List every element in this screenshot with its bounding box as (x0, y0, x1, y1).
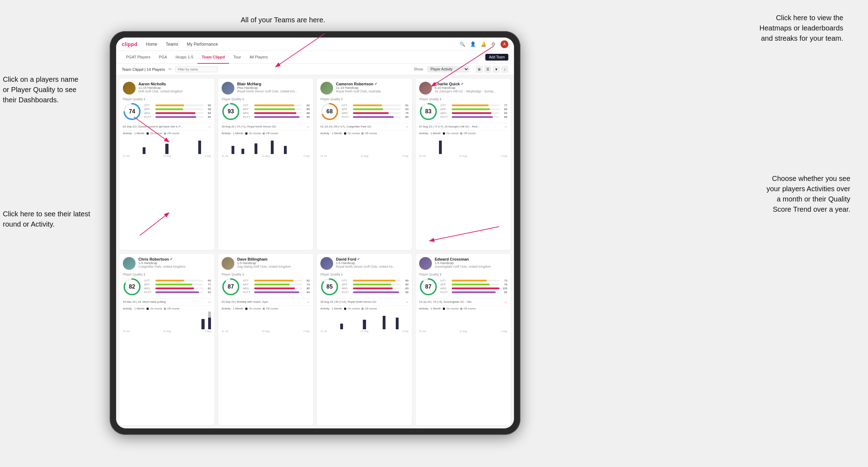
tab-hcaps[interactable]: Hcaps 1-5 (171, 51, 198, 64)
search-icon[interactable]: 🔍 (459, 41, 465, 47)
player-name[interactable]: Charlie Quick ✔ (435, 82, 507, 86)
bar-group (159, 136, 162, 154)
bar-group (156, 312, 159, 329)
nav-home[interactable]: Home (146, 42, 157, 47)
bar-group (143, 136, 145, 154)
stat-value-putt: 96 (402, 291, 409, 294)
bar-group (245, 312, 247, 329)
filter-icon[interactable]: ▼ (493, 66, 500, 73)
bar-group (429, 136, 432, 154)
round-text: 07 Aug 23 | 77 (+7), St George's Hill GC… (419, 125, 480, 128)
round-tooltip: Click here to see their latestround or A… (3, 209, 90, 229)
stat-bar-bg-putt (254, 291, 302, 293)
player-card-dave[interactable]: Dave Billingham 1-5 Handicap Sag Maing G… (218, 253, 314, 426)
stat-label-putt: PUTT (243, 115, 253, 119)
player-name[interactable]: Chris Robertson ✔ (138, 257, 211, 261)
latest-round[interactable]: 02 Jul 23 | 59 (+17), Craigmillar Park G… (320, 123, 409, 130)
latest-round[interactable]: 04 Sep 23 | Mobility with coach, Gym → (222, 298, 310, 305)
stat-label-ott: OTT (144, 104, 154, 107)
settings-icon[interactable]: ⚙ (491, 41, 496, 47)
stat-row-arg: ARG 75 (342, 112, 409, 115)
stat-row-ott: OTT 61 (342, 104, 409, 107)
chart-date-label: 21 Aug (459, 155, 467, 157)
stat-bar-arg (353, 112, 389, 114)
bar-group (393, 312, 395, 329)
bar-group (350, 136, 353, 154)
bell-icon[interactable]: 🔔 (481, 41, 486, 47)
sort-icon[interactable]: ↕ (501, 66, 508, 73)
player-card-david[interactable]: David Ford ✔ 1-5 Handicap Royal North De… (316, 253, 412, 426)
chart-labels: 31 Jul21 Aug4 Sep (222, 155, 310, 157)
nav-teams[interactable]: Teams (166, 42, 178, 47)
bar-group (281, 312, 284, 329)
chart-labels: 31 Jul21 Aug4 Sep (222, 330, 310, 332)
quality-circle[interactable]: 82 (123, 278, 141, 296)
avatar-icon[interactable]: A (501, 40, 508, 48)
bar-group (399, 136, 402, 154)
bar-group (458, 136, 461, 154)
player-card-aaron[interactable]: Aaron Nicholls 11-15 Handicap Drift Golf… (119, 78, 215, 250)
player-header: Cameron Robertson ✔ 11-15 Handicap Royal… (320, 82, 409, 95)
grid-view-icon[interactable]: ⊞ (476, 66, 483, 73)
add-team-button[interactable]: Add Team (485, 54, 508, 61)
tab-team-clippd[interactable]: Team Clippd (198, 51, 229, 64)
player-name[interactable]: David Ford ✔ (336, 257, 409, 261)
bar-group (238, 312, 241, 329)
player-card-blair[interactable]: Blair McHarg Plus Handicap Royal North D… (218, 78, 314, 250)
player-card-chris[interactable]: Chris Robertson ✔ 1-5 Handicap Craigmill… (119, 253, 215, 426)
activity-section: Activity · 1 Month On course Off course (222, 130, 310, 157)
player-info: Edward Crossman 1-5 Handicap Sunningdale… (435, 257, 507, 268)
latest-round[interactable]: 19 Jul 23 | 74 (+4), Sunningdale GC - Ol… (419, 298, 507, 305)
show-select[interactable]: Player Activity Quality Score Trend (427, 66, 469, 72)
tab-pgat-players[interactable]: PGAT Players (122, 51, 155, 64)
quality-number: 68 (326, 108, 333, 115)
bar-group (201, 136, 204, 154)
player-club: Sunningdale Golf Club, United Kingdom (435, 265, 507, 268)
bar-group (442, 312, 445, 329)
quality-circle[interactable]: 68 (320, 102, 339, 121)
tab-tour[interactable]: Tour (229, 51, 245, 64)
latest-round[interactable]: 26 Aug 23 | 73 (+1), Royal North Devon G… (222, 123, 310, 130)
stat-value-putt: 85 (205, 115, 211, 119)
quality-circle[interactable]: 85 (320, 278, 339, 296)
stat-bar-app (254, 284, 290, 285)
nav-my-performance[interactable]: My Performance (187, 42, 218, 47)
player-card-charlie[interactable]: Charlie Quick ✔ 6-10 Handicap St. George… (415, 78, 511, 250)
tab-all-players[interactable]: All Players (245, 51, 272, 64)
player-card-cameron[interactable]: Cameron Robertson ✔ 11-15 Handicap Royal… (316, 78, 412, 250)
player-name[interactable]: Edward Crossman (435, 257, 507, 261)
latest-round[interactable]: 03 Mar 23 | 19, Must make putting → (123, 298, 211, 305)
bar-group (264, 312, 267, 329)
off-course-legend-dot (460, 132, 462, 135)
profile-icon[interactable]: 👤 (470, 41, 476, 47)
bar-group (439, 136, 442, 154)
filter-search-input[interactable] (175, 67, 218, 72)
quality-circle[interactable]: 93 (222, 102, 240, 121)
bar-group (232, 136, 234, 154)
player-name[interactable]: Blair McHarg (237, 82, 310, 86)
latest-round[interactable]: 07 Aug 23 | 77 (+7), St George's Hill GC… (419, 123, 507, 130)
edit-icon[interactable]: ✏ (169, 67, 172, 72)
bar-group (491, 312, 494, 329)
tab-pga[interactable]: PGA (155, 51, 171, 64)
bar-group (238, 136, 241, 154)
bar-group (485, 312, 487, 329)
player-info: Chris Robertson ✔ 1-5 Handicap Craigmill… (138, 257, 211, 268)
quality-circle[interactable]: 83 (419, 102, 438, 121)
bar-group (205, 312, 208, 329)
quality-circle[interactable]: 87 (419, 278, 438, 296)
bar-group (498, 312, 501, 329)
quality-circle[interactable]: 87 (222, 278, 240, 296)
player-name[interactable]: Dave Billingham (237, 257, 310, 261)
bar-group (179, 136, 182, 154)
list-view-icon[interactable]: ☰ (484, 66, 491, 73)
latest-round[interactable]: 26 Aug 23 | 84 (+12), Royal North Devon … (320, 298, 409, 305)
bar-group (353, 312, 356, 329)
latest-round[interactable]: 02 Sep 23 | Sunset round to get back int… (123, 123, 211, 130)
player-card-edward[interactable]: Edward Crossman 1-5 Handicap Sunningdale… (415, 253, 511, 426)
stat-bar-ott (353, 280, 395, 281)
quality-circle[interactable]: 74 (123, 102, 141, 121)
player-name[interactable]: Cameron Robertson ✔ (336, 82, 409, 86)
player-name[interactable]: Aaron Nicholls (138, 82, 211, 86)
view-icons: ⊞ ☰ ▼ ↕ (476, 66, 508, 73)
